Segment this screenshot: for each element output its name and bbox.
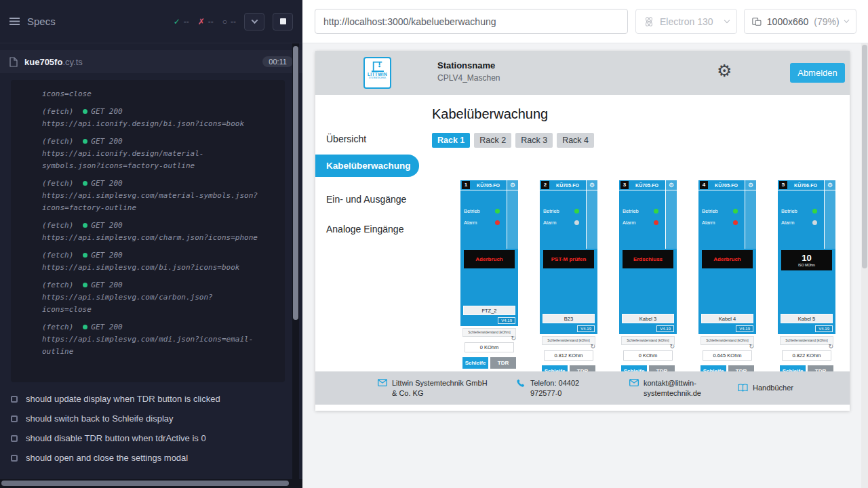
refresh-icon[interactable]: ↻ xyxy=(749,343,754,350)
betrieb-led xyxy=(495,209,500,214)
log-prefix: (fetch) xyxy=(42,107,73,116)
refresh-icon[interactable]: ↻ xyxy=(511,335,516,342)
viewport-zoom: (79%) xyxy=(814,16,839,27)
browser-toolbar: Electron 130 1000x660 (79%) xyxy=(302,0,868,43)
passed-count: -- xyxy=(184,17,189,26)
phone-text: Telefon: 04402 972577-0 xyxy=(530,378,606,399)
refresh-icon[interactable]: ↻ xyxy=(669,343,675,350)
test-item[interactable]: should update display when TDR button is… xyxy=(0,389,302,409)
tab-rack-2[interactable]: Rack 2 xyxy=(474,133,511,148)
led-section: Betrieb Alarm xyxy=(778,190,835,249)
network-log-entry[interactable]: (fetch)GET 200 https://api.iconify.desig… xyxy=(42,106,279,130)
device-settings-icon[interactable]: ⚙ xyxy=(507,180,518,190)
sidebar-item-uebersicht[interactable]: Übersicht xyxy=(326,134,366,144)
device-settings-icon[interactable]: ⚙ xyxy=(824,180,835,190)
alarm-label: Alarm xyxy=(702,220,715,226)
log-status: GET 200 xyxy=(91,281,122,289)
success-dot-icon xyxy=(83,325,87,329)
network-log-entry[interactable]: (fetch)GET 200 https://api.simplesvg.com… xyxy=(42,249,279,274)
log-status: GET 200 xyxy=(91,137,122,146)
viewport-select[interactable]: 1000x660 (79%) xyxy=(744,9,856,34)
network-log-entry[interactable]: (fetch)GET 200 https://api.simplesvg.com… xyxy=(42,220,279,244)
success-dot-icon xyxy=(83,283,87,287)
measurement-value: 0.822 KOhm xyxy=(782,350,831,361)
log-prefix: (fetch) xyxy=(42,221,73,230)
page-vertical-scrollbar[interactable] xyxy=(861,43,868,488)
log-prefix: (fetch) xyxy=(42,281,73,289)
test-state-icon xyxy=(11,415,18,422)
network-log-entry[interactable]: (fetch)GET 200 https://api.iconify.desig… xyxy=(42,136,279,172)
betrieb-led xyxy=(654,209,658,214)
specs-toggle-icon[interactable] xyxy=(9,18,20,25)
settings-gear-icon[interactable]: ⚙ xyxy=(717,60,732,81)
scrollbar-thumb[interactable] xyxy=(1,481,289,486)
manuals-text: Handbücher xyxy=(753,383,793,393)
rack-tabs: Rack 1 Rack 2 Rack 3 Rack 4 xyxy=(432,133,594,148)
stat-passed: ✓-- xyxy=(174,17,189,26)
test-item[interactable]: should open and close the settings modal xyxy=(0,448,302,468)
card-side-strip xyxy=(745,190,756,249)
stop-icon xyxy=(280,18,286,24)
test-title: should disable TDR button when tdrActive… xyxy=(26,433,206,443)
firmware-version: V4.19 xyxy=(815,325,833,332)
device-model: KÜ705-FO xyxy=(629,183,665,188)
logout-button[interactable]: Abmelden xyxy=(790,63,845,83)
device-card-3: 3 KÜ705-FO ⚙ Betrieb Alarm Erdschluss Ka… xyxy=(619,180,677,378)
test-item[interactable]: should switch back to Schleife display xyxy=(0,409,302,428)
log-url: https://api.simplesvg.com/material-symbo… xyxy=(42,190,258,214)
status-display: Erdschluss xyxy=(623,250,673,268)
footer-manuals[interactable]: Handbücher xyxy=(738,383,793,393)
refresh-icon[interactable]: ↻ xyxy=(828,343,833,350)
tab-rack-1[interactable]: Rack 1 xyxy=(432,133,470,148)
stop-button[interactable] xyxy=(273,13,293,30)
littwin-logo: LITTWIN SYSTEMTECHNIK xyxy=(363,57,391,89)
spec-file-row[interactable]: kue705fo.cy.ts 00:11 xyxy=(0,50,302,73)
tdr-button[interactable]: TDR xyxy=(490,357,516,369)
browser-name: Electron 130 xyxy=(660,16,713,27)
tab-rack-4[interactable]: Rack 4 xyxy=(557,133,594,148)
device-card-2: 2 KÜ705-FO ⚙ Betrieb Alarm PST-M prüfen … xyxy=(540,180,597,378)
success-dot-icon xyxy=(83,253,87,258)
network-log-entry[interactable]: (fetch)GET 200 https://api.simplesvg.com… xyxy=(42,178,279,214)
log-status: GET 200 xyxy=(91,179,122,188)
sidebar-item-kabelueberwachung[interactable]: Kabelüberwachung xyxy=(315,155,419,177)
device-number: 1 xyxy=(462,181,470,189)
sidebar-item-ein-und-ausgaenge[interactable]: Ein- und Ausgänge xyxy=(326,194,406,205)
url-input[interactable] xyxy=(315,9,628,34)
stat-failed: ✗-- xyxy=(198,17,214,26)
browser-select[interactable]: Electron 130 xyxy=(635,9,737,34)
collapse-button[interactable] xyxy=(244,13,264,30)
measurement-value: 0.645 KOhm xyxy=(703,350,752,361)
scrollbar-thumb[interactable] xyxy=(862,45,867,268)
card-header: 1 KÜ705-FO ⚙ xyxy=(460,180,518,190)
device-model: KÜ706-FO xyxy=(787,183,824,188)
footer-phone[interactable]: Telefon: 04402 972577-0 xyxy=(517,378,606,399)
betrieb-label: Betrieb xyxy=(543,208,559,214)
failed-icon: ✗ xyxy=(198,17,205,26)
test-item[interactable]: should disable TDR button when tdrActive… xyxy=(0,428,302,448)
tab-rack-3[interactable]: Rack 3 xyxy=(515,133,553,148)
chevron-down-icon xyxy=(844,18,849,23)
led-section: Betrieb Alarm xyxy=(698,190,756,249)
refresh-icon[interactable]: ↻ xyxy=(590,343,595,350)
schleife-button[interactable]: Schleife xyxy=(462,357,488,369)
preview-area: LITTWIN SYSTEMTECHNIK Stationsname CPLV4… xyxy=(302,43,868,488)
network-log-entry[interactable]: (fetch)GET 200 https://api.simplesvg.com… xyxy=(42,279,279,316)
app-under-test: LITTWIN SYSTEMTECHNIK Stationsname CPLV4… xyxy=(315,51,850,411)
device-settings-icon[interactable]: ⚙ xyxy=(745,180,756,190)
device-model: KÜ705-FO xyxy=(708,183,745,188)
footer-email[interactable]: kontakt@littwin-systemtechnik.de xyxy=(629,378,715,399)
device-settings-icon[interactable]: ⚙ xyxy=(586,180,597,190)
scrollbar-thumb[interactable] xyxy=(293,46,298,320)
sidebar-item-analoge-eingaenge[interactable]: Analoge Eingänge xyxy=(326,224,403,235)
device-settings-icon[interactable]: ⚙ xyxy=(665,180,677,190)
station-label: Stationsname xyxy=(437,60,500,70)
runner-horizontal-scrollbar[interactable] xyxy=(0,479,302,488)
betrieb-label: Betrieb xyxy=(464,208,480,214)
runner-vertical-scrollbar[interactable] xyxy=(292,43,299,479)
log-prefix: (fetch) xyxy=(42,323,73,331)
measurement-label: Schleifenwiderstand [kOhm] xyxy=(780,336,833,345)
log-url: https://api.simplesvg.com/bi.json?icons=… xyxy=(42,262,258,274)
electron-icon xyxy=(644,16,654,27)
network-log-entry[interactable]: (fetch)GET 200 https://api.simplesvg.com… xyxy=(42,321,279,358)
